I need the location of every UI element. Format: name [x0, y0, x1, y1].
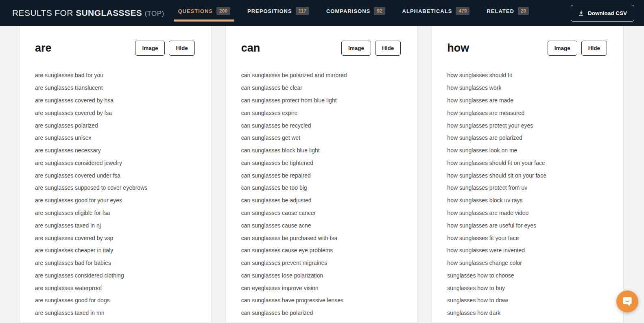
suggestion-item[interactable]: how sunglasses look on me	[447, 144, 607, 157]
suggestion-item[interactable]: can sunglasses cause acne	[241, 219, 401, 232]
suggestion-item[interactable]: how sunglasses change color	[447, 257, 607, 269]
suggestion-item[interactable]: can sunglasses get wet	[241, 132, 401, 144]
suggestion-item[interactable]: are sunglasses covered by vsp	[35, 232, 195, 244]
suggestion-item[interactable]: how sunglasses work	[447, 82, 607, 94]
hide-button[interactable]: Hide	[581, 41, 607, 56]
suggestion-item[interactable]: can sunglasses prevent migraines	[241, 257, 401, 269]
tab-label: ALPHABETICALS	[402, 8, 452, 14]
suggestion-item[interactable]: can sunglasses be clear	[241, 82, 401, 94]
tab-count-badge: 117	[296, 7, 309, 15]
suggestion-item[interactable]: are sunglasses considered jewelry	[35, 156, 195, 169]
suggestion-item[interactable]: are sunglasses taxed in nj	[35, 219, 195, 232]
page-title-keyword: SUNGLASSSES	[76, 8, 142, 17]
image-button[interactable]: Image	[135, 41, 165, 56]
image-button[interactable]: Image	[548, 41, 577, 56]
suggestion-item[interactable]: are sunglasses good for dogs	[35, 294, 195, 307]
suggestion-item[interactable]: how sunglasses should fit	[447, 69, 607, 82]
suggestion-item[interactable]: are sunglasses waterproof	[35, 282, 195, 294]
suggestion-item[interactable]: can sunglasses be polarized	[241, 307, 401, 319]
suggestion-item[interactable]: sunglasses how to buy	[447, 282, 607, 294]
suggestion-item[interactable]: how sunglasses block uv rays	[447, 194, 607, 207]
hide-button[interactable]: Hide	[375, 41, 401, 56]
suggestion-item[interactable]: sunglasses how dark	[447, 307, 607, 319]
suggestion-item[interactable]: can sunglasses protect from blue light	[241, 94, 401, 107]
hide-button[interactable]: Hide	[169, 41, 194, 56]
chat-widget-button[interactable]	[616, 290, 638, 312]
tab-questions[interactable]: QUESTIONS 200	[178, 7, 230, 15]
suggestion-list: how sunglasses should fithow sunglasses …	[447, 69, 607, 319]
suggestion-item[interactable]: can sunglasses expire	[241, 106, 401, 119]
suggestion-item[interactable]: how sunglasses are measured	[447, 106, 607, 119]
suggestion-list: are sunglasses bad for youare sunglasses…	[35, 69, 195, 319]
suggestion-item[interactable]: can sunglasses be purchased with fsa	[241, 232, 401, 244]
suggestion-item[interactable]: are sunglasses taxed in mn	[35, 307, 195, 319]
column-title: can	[241, 42, 260, 54]
tab-related[interactable]: RELATED 20	[487, 7, 529, 15]
suggestion-item[interactable]: can sunglasses be too big	[241, 182, 401, 194]
suggestion-item[interactable]: can sunglasses lose polarization	[241, 269, 401, 282]
column-actions: Image Hide	[341, 41, 401, 56]
tab-count-badge: 200	[216, 7, 230, 15]
chat-bubble-icon	[621, 295, 633, 308]
suggestion-item[interactable]: are sunglasses good for your eyes	[35, 194, 195, 207]
suggestion-item[interactable]: can sunglasses cause eye problems	[241, 244, 401, 257]
suggestion-item[interactable]: how sunglasses are useful for eyes	[447, 219, 607, 232]
suggestion-item[interactable]: are sunglasses covered under fsa	[35, 169, 195, 182]
suggestion-item[interactable]: can sunglasses have progressive lenses	[241, 294, 401, 307]
suggestion-item[interactable]: sunglasses how to choose	[447, 269, 607, 282]
suggestion-item[interactable]: can sunglasses be recycled	[241, 119, 401, 132]
suggestion-list: can sunglasses be polarized and mirrored…	[241, 69, 401, 319]
keyword-column-are: are Image Hide are sunglasses bad for yo…	[19, 26, 212, 323]
suggestion-item[interactable]: are sunglasses bad for you	[35, 69, 195, 82]
suggestion-item[interactable]: how sunglasses fit your face	[447, 232, 607, 244]
page-title-scope: (TOP)	[144, 10, 164, 17]
suggestion-item[interactable]: can sunglasses block blue light	[241, 144, 401, 157]
suggestion-item[interactable]: are sunglasses translucent	[35, 82, 195, 94]
keyword-column-how: how Image Hide how sunglasses should fit…	[431, 26, 624, 323]
top-bar: RESULTS FOR SUNGLASSSES (TOP) QUESTIONS …	[0, 0, 644, 26]
suggestion-item[interactable]: how sunglasses protect from uv	[447, 182, 607, 194]
results-grid: are Image Hide are sunglasses bad for yo…	[0, 26, 644, 323]
suggestion-item[interactable]: are sunglasses necessary	[35, 144, 195, 157]
suggestion-item[interactable]: how sunglasses are made video	[447, 207, 607, 219]
tab-count-badge: 20	[518, 7, 529, 15]
suggestion-item[interactable]: how sunglasses should fit on your face	[447, 156, 607, 169]
download-icon	[578, 10, 584, 16]
suggestion-item[interactable]: how sunglasses should sit on your face	[447, 169, 607, 182]
suggestion-item[interactable]: are sunglasses cheaper in italy	[35, 244, 195, 257]
suggestion-item[interactable]: sunglasses how to draw	[447, 294, 607, 307]
active-tab-underline	[174, 20, 234, 22]
tab-alphabeticals[interactable]: ALPHABETICALS 479	[402, 7, 470, 15]
suggestion-item[interactable]: how sunglasses were invented	[447, 244, 607, 257]
page-title: RESULTS FOR SUNGLASSSES (TOP)	[12, 8, 164, 18]
tab-count-badge: 479	[456, 7, 469, 15]
tab-comparisons[interactable]: COMPARISONS 92	[326, 7, 385, 15]
suggestion-item[interactable]: can sunglasses be repaired	[241, 169, 401, 182]
suggestion-item[interactable]: can sunglasses be polarized and mirrored	[241, 69, 401, 82]
column-actions: Image Hide	[135, 41, 194, 56]
tab-prepositions[interactable]: PREPOSITIONS 117	[247, 7, 309, 15]
tab-label: COMPARISONS	[326, 8, 370, 14]
suggestion-item[interactable]: are sunglasses unisex	[35, 132, 195, 144]
column-header: are Image Hide	[35, 41, 195, 56]
suggestion-item[interactable]: can sunglasses be tightened	[241, 156, 401, 169]
suggestion-item[interactable]: can sunglasses cause cancer	[241, 207, 401, 219]
suggestion-item[interactable]: are sunglasses covered by fsa	[35, 106, 195, 119]
image-button[interactable]: Image	[341, 41, 371, 56]
suggestion-item[interactable]: can sunglasses be adjusted	[241, 194, 401, 207]
suggestion-item[interactable]: how sunglasses are polarized	[447, 132, 607, 144]
suggestion-item[interactable]: are sunglasses supposed to cover eyebrow…	[35, 182, 195, 194]
tab-label: PREPOSITIONS	[247, 8, 292, 14]
keyword-column-can: can Image Hide can sunglasses be polariz…	[225, 26, 418, 323]
suggestion-item[interactable]: are sunglasses considered clothing	[35, 269, 195, 282]
suggestion-item[interactable]: are sunglasses polarized	[35, 119, 195, 132]
suggestion-item[interactable]: can eyeglasses improve vision	[241, 282, 401, 294]
suggestion-item[interactable]: are sunglasses covered by hsa	[35, 94, 195, 107]
suggestion-item[interactable]: how sunglasses protect your eyes	[447, 119, 607, 132]
suggestion-item[interactable]: are sunglasses bad for babies	[35, 257, 195, 269]
column-actions: Image Hide	[548, 41, 607, 56]
suggestion-item[interactable]: are sunglasses eligible for fsa	[35, 207, 195, 219]
download-csv-label: Download CSV	[588, 10, 627, 16]
download-csv-button[interactable]: Download CSV	[571, 5, 634, 22]
suggestion-item[interactable]: how sunglasses are made	[447, 94, 607, 107]
